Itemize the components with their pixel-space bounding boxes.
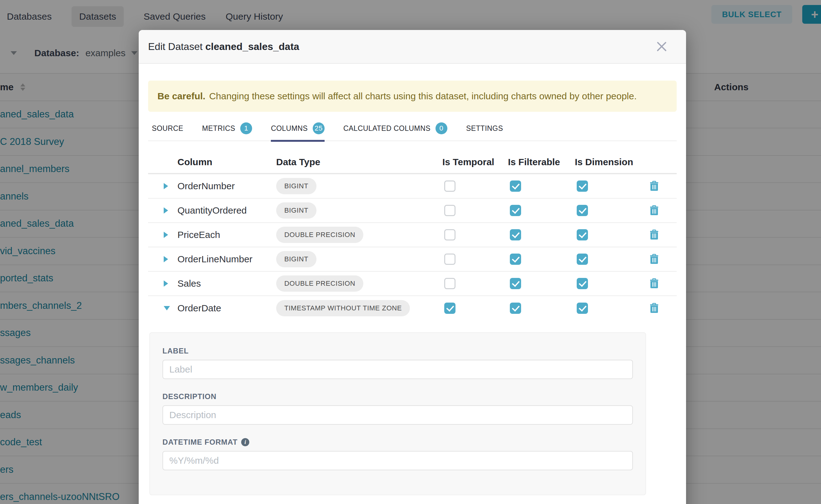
expand-caret-icon[interactable]: [164, 280, 168, 287]
label-field-label: LABEL: [162, 347, 633, 355]
description-input[interactable]: [162, 405, 633, 425]
modal-tab-columns[interactable]: COLUMNS25: [271, 118, 324, 139]
is-filterable-checkbox[interactable]: [510, 278, 521, 289]
info-icon[interactable]: i: [241, 438, 249, 446]
is-temporal-checkbox[interactable]: [444, 180, 456, 192]
is-temporal-checkbox[interactable]: [444, 229, 456, 240]
datetime-format-input[interactable]: [162, 451, 633, 470]
description-field-label: DESCRIPTION: [162, 392, 633, 401]
modal-title: Edit Dataset cleaned_sales_data: [148, 41, 299, 52]
label-input[interactable]: [162, 360, 633, 379]
data-type-pill: BIGINT: [276, 202, 316, 219]
delete-column-icon[interactable]: [650, 254, 659, 264]
expand-caret-icon[interactable]: [164, 232, 168, 238]
tab-count-badge: 1: [240, 122, 252, 134]
is-dimension-checkbox[interactable]: [577, 303, 588, 314]
is-filterable-checkbox[interactable]: [510, 229, 521, 240]
column-name: OrderNumber: [177, 181, 276, 191]
tab-count-badge: 0: [436, 122, 448, 134]
datasets-page: DatabasesDatasetsSaved QueriesQuery Hist…: [0, 0, 821, 504]
column-row-PriceEach: PriceEachDOUBLE PRECISION: [148, 223, 677, 247]
is-temporal-checkbox[interactable]: [444, 254, 456, 265]
column-header: Column: [177, 157, 276, 167]
data-type-pill: DOUBLE PRECISION: [276, 275, 363, 292]
column-name: OrderLineNumber: [177, 254, 276, 264]
expand-caret-icon[interactable]: [164, 256, 168, 262]
column-row-OrderNumber: OrderNumberBIGINT: [148, 174, 677, 199]
is-temporal-checkbox[interactable]: [444, 205, 456, 216]
column-name: PriceEach: [177, 230, 276, 240]
column-name: Sales: [177, 278, 276, 289]
modal-body: Be careful. Changing these settings will…: [139, 81, 686, 495]
is-filterable-checkbox[interactable]: [510, 180, 521, 192]
modal-header: Edit Dataset cleaned_sales_data: [139, 30, 686, 64]
is-filterable-checkbox[interactable]: [510, 205, 521, 216]
is-dimension-checkbox[interactable]: [577, 278, 588, 289]
edit-dataset-modal: Edit Dataset cleaned_sales_data Be caref…: [139, 30, 686, 504]
modal-tab-metrics[interactable]: METRICS1: [202, 118, 252, 139]
is-filterable-checkbox[interactable]: [510, 303, 521, 314]
modal-tab-source[interactable]: SOURCE: [152, 118, 183, 139]
data-type-pill: TIMESTAMP WITHOUT TIME ZONE: [276, 300, 410, 316]
modal-tabs: SOURCEMETRICS1COLUMNS25CALCULATED COLUMN…: [148, 118, 677, 141]
data-type-pill: BIGINT: [276, 178, 316, 194]
description-field-group: DESCRIPTION: [162, 392, 633, 425]
delete-column-icon[interactable]: [650, 181, 659, 191]
is-dimension-header: Is Dimension: [575, 157, 633, 167]
datatype-header: Data Type: [276, 157, 443, 167]
column-row-OrderLineNumber: OrderLineNumberBIGINT: [148, 247, 677, 272]
is-filterable-header: Is Filterable: [508, 157, 575, 167]
column-row-OrderDate: OrderDateTIMESTAMP WITHOUT TIME ZONE: [148, 296, 677, 320]
datetime-format-field-group: DATETIME FORMATi: [162, 438, 633, 470]
is-dimension-checkbox[interactable]: [577, 180, 588, 192]
is-temporal-checkbox[interactable]: [444, 278, 456, 289]
collapse-caret-icon[interactable]: [164, 306, 170, 310]
datetime-format-field-label: DATETIME FORMATi: [162, 438, 633, 447]
is-dimension-checkbox[interactable]: [577, 229, 588, 240]
warning-banner-bold: Be careful.: [157, 91, 205, 101]
warning-banner: Be careful. Changing these settings will…: [148, 81, 677, 112]
warning-banner-text: Changing these settings will affect all …: [209, 91, 637, 101]
data-type-pill: DOUBLE PRECISION: [276, 227, 363, 243]
column-name: QuantityOrdered: [177, 205, 276, 216]
modal-tab-settings[interactable]: SETTINGS: [466, 118, 503, 139]
data-type-pill: BIGINT: [276, 251, 316, 267]
close-icon[interactable]: [656, 41, 667, 52]
expand-caret-icon[interactable]: [164, 207, 168, 214]
column-row-Sales: SalesDOUBLE PRECISION: [148, 272, 677, 296]
is-temporal-checkbox[interactable]: [444, 303, 456, 314]
is-dimension-checkbox[interactable]: [577, 205, 588, 216]
tab-count-badge: 25: [313, 122, 324, 134]
is-filterable-checkbox[interactable]: [510, 254, 521, 265]
expand-caret-icon[interactable]: [164, 183, 168, 189]
label-field-group: LABEL: [162, 347, 633, 379]
delete-column-icon[interactable]: [650, 303, 659, 314]
modal-tab-calculated-columns[interactable]: CALCULATED COLUMNS0: [343, 118, 448, 139]
delete-column-icon[interactable]: [650, 278, 659, 289]
column-name: OrderDate: [177, 303, 276, 314]
delete-column-icon[interactable]: [650, 205, 659, 216]
columns-table-header: Column Data Type Is Temporal Is Filterab…: [148, 141, 677, 174]
column-row-QuantityOrdered: QuantityOrderedBIGINT: [148, 199, 677, 223]
delete-column-icon[interactable]: [650, 230, 659, 240]
column-edit-panel: LABEL DESCRIPTION DATETIME FORMATi: [149, 332, 646, 495]
is-dimension-checkbox[interactable]: [577, 254, 588, 265]
is-temporal-header: Is Temporal: [443, 157, 508, 167]
